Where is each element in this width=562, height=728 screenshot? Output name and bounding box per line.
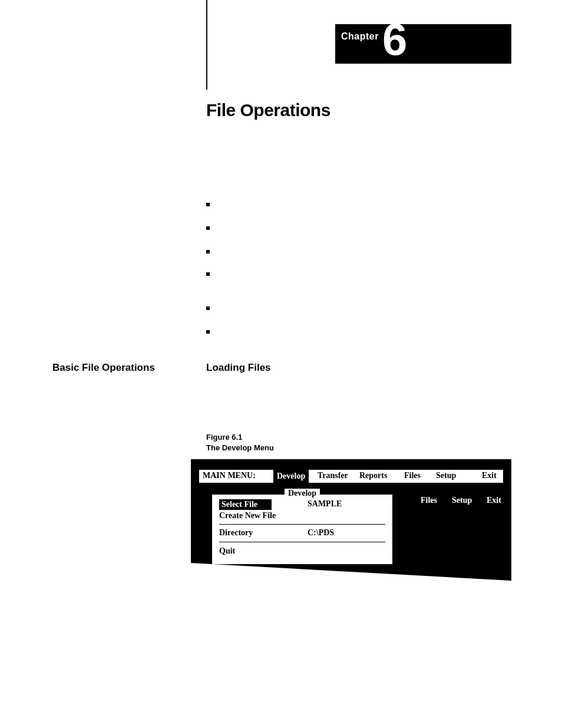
directory-label: Directory [219, 528, 253, 538]
bullet-icon [206, 226, 210, 230]
menubar-item-transfer[interactable]: Transfer [318, 471, 348, 480]
menubar2-item-files: Files [421, 496, 437, 505]
menubar-item-setup[interactable]: Setup [436, 471, 456, 480]
menubar-item-files[interactable]: Files [404, 471, 421, 480]
bullet-icon [206, 272, 210, 276]
figure-number: Figure 6.1 [206, 432, 274, 443]
menubar-item-exit[interactable]: Exit [482, 471, 497, 480]
select-file-value: SAMPLE [308, 499, 342, 509]
chapter-number: 6 [382, 17, 407, 62]
chapter-label: Chapter [341, 31, 379, 42]
menubar-item-reports[interactable]: Reports [359, 471, 387, 480]
figure-title: The Develop Menu [206, 443, 274, 453]
dropdown-legend-text: Develop [285, 489, 320, 498]
dropdown-legend: Develop [212, 489, 392, 498]
directory-value: C:\PDS [308, 528, 334, 538]
page-title: File Operations [206, 100, 330, 120]
figure-caption: Figure 6.1 The Develop Menu [206, 432, 274, 453]
vertical-rule [206, 0, 207, 90]
bullet-icon [206, 250, 210, 253]
chapter-badge: Chapter 6 [335, 24, 511, 64]
menubar2-item-exit: Exit [487, 496, 501, 505]
quit-label: Quit [219, 546, 235, 556]
section-heading-right: Loading Files [206, 362, 271, 374]
menubar-title: MAIN MENU: [203, 471, 256, 480]
select-file-label: Select File [219, 499, 272, 510]
bullet-icon [206, 330, 210, 334]
menubar: MAIN MENU: Develop Transfer Reports File… [199, 470, 503, 483]
dropdown-separator [219, 542, 385, 542]
bullet-icon [206, 307, 210, 310]
menubar2-item-setup: Setup [452, 496, 472, 505]
tui-screenshot: MAIN MENU: Develop Transfer Reports File… [191, 459, 511, 581]
develop-dropdown: Develop Select File SAMPLE Create New Fi… [211, 493, 394, 565]
tui-bottom-slant [191, 563, 511, 581]
create-new-label: Create New File [219, 511, 276, 521]
section-heading-left: Basic File Operations [52, 362, 155, 374]
menubar-item-develop[interactable]: Develop [273, 470, 309, 483]
dropdown-separator [219, 524, 385, 525]
bullet-icon [206, 203, 210, 206]
